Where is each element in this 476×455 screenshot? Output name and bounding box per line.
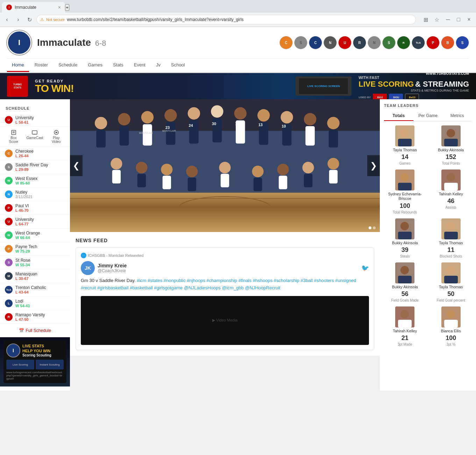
- svg-point-80: [400, 266, 409, 274]
- new-tab-button[interactable]: +: [65, 4, 69, 11]
- leaders-tab-metrics[interactable]: Metrics: [442, 111, 472, 121]
- nav-item-school[interactable]: School: [166, 59, 190, 72]
- svg-point-74: [400, 222, 409, 230]
- svg-text:23: 23: [165, 125, 170, 130]
- slideshow-prev-button[interactable]: ❮: [70, 155, 83, 176]
- ichsgbb-icon: 🐦: [81, 253, 86, 258]
- svg-rect-69: [398, 183, 412, 190]
- team-name: Immaculate: [37, 37, 91, 48]
- not-secure-label: Not secure: [46, 17, 65, 22]
- schedule-item[interactable]: S St Rose W 55-34: [0, 256, 70, 269]
- leader-card: Tahirah Kelley 46 Assists: [430, 169, 472, 214]
- active-tab[interactable]: I Immaculate ×: [2, 2, 65, 13]
- other-team-logo[interactable]: S: [294, 36, 307, 49]
- schedule-item[interactable]: U University L 58-61: [0, 113, 70, 127]
- center-content: 23 24 30 15 13 10 2 MONTCLAIR MONTCLAIR …: [70, 99, 380, 391]
- tab-close-button[interactable]: ×: [58, 5, 61, 10]
- leader-name: Sydney Echevarria-Briscoe: [384, 192, 426, 201]
- other-team-logo[interactable]: B: [441, 36, 454, 49]
- back-button[interactable]: ‹: [3, 15, 11, 24]
- svg-rect-90: [444, 320, 458, 327]
- sidebar-ad-instant-scouting: Instant Scouting: [36, 360, 64, 369]
- svg-point-46: [277, 164, 289, 175]
- svg-point-12: [95, 117, 107, 129]
- play-video-button[interactable]: Play Video: [47, 128, 65, 145]
- schedule-item[interactable]: U University L 64-77: [0, 215, 70, 229]
- schedule-item[interactable]: W West Essex W 85-60: [0, 174, 70, 188]
- full-schedule-link[interactable]: 📅 Full Schedule: [0, 324, 70, 337]
- maximize-button[interactable]: □: [454, 15, 463, 24]
- nav-item-games[interactable]: Games: [83, 59, 107, 72]
- nav-item-jv[interactable]: Jv: [151, 59, 165, 72]
- team-icon: S: [5, 259, 13, 266]
- banner-text-block: GET READY TO WIN!: [35, 79, 289, 94]
- other-team-logo[interactable]: P: [426, 36, 440, 49]
- svg-rect-15: [120, 126, 129, 145]
- bookmark-button[interactable]: ☆: [433, 15, 441, 24]
- schedule-item[interactable]: P Payne Tech W 75-29: [0, 242, 70, 256]
- svg-rect-84: [444, 276, 458, 283]
- extensions-button[interactable]: ⊞: [421, 15, 430, 24]
- schedule-item[interactable]: M Manasquan L 30-67: [0, 269, 70, 283]
- team-icon: W: [5, 177, 13, 185]
- other-team-logo[interactable]: R: [397, 36, 410, 49]
- other-team-logo[interactable]: S: [456, 36, 469, 49]
- svg-point-32: [327, 117, 339, 129]
- twitter-icon: 🐦: [361, 264, 369, 272]
- schedule-item[interactable]: S Saddle River Day L 29-89: [0, 160, 70, 174]
- tab-favicon: I: [6, 5, 12, 10]
- nav-item-stats[interactable]: Stats: [108, 59, 128, 72]
- slide-dot[interactable]: [369, 226, 371, 229]
- other-team-logo[interactable]: C: [279, 36, 293, 49]
- address-bar[interactable]: ⚠ Not secure www.turbobtb.com/site/2/tea…: [36, 15, 416, 24]
- advertisement-banner[interactable]: TURBOSTATS GET READY TO WIN! LIVE SCORIN…: [0, 73, 476, 99]
- svg-rect-13: [96, 130, 106, 147]
- sidebar-advertisement[interactable]: I LIVE STATSHELP YOU WIN Scoring Scoutin…: [0, 337, 70, 387]
- other-team-logo[interactable]: N: [324, 36, 337, 49]
- leader-card: Bukky Akinsola 152 Total Points: [430, 125, 472, 165]
- schedule-item[interactable]: W West Orange W 66-64: [0, 229, 70, 242]
- box-score-button[interactable]: Box Score: [5, 128, 22, 145]
- schedule-item[interactable]: P Paul VI L 46-70: [0, 201, 70, 215]
- other-team-logo[interactable]: N: [368, 36, 381, 49]
- other-team-logo[interactable]: TcA: [412, 36, 425, 49]
- sidebar-ad-url: www.turbogamecast.com/basketball/webcast…: [6, 371, 64, 380]
- team-photo-svg: 23 24 30 15 13 10 2 MONTCLAIR MONTCLAIR: [70, 99, 380, 232]
- banner-with-fast: WITH FAST: [358, 75, 379, 80]
- reload-button[interactable]: ↻: [25, 15, 34, 24]
- other-team-logo[interactable]: C: [309, 36, 322, 49]
- nav-item-event[interactable]: Event: [129, 59, 150, 72]
- svg-point-77: [447, 222, 455, 230]
- leader-avatar: [441, 125, 461, 146]
- nav-item-schedule[interactable]: Schedule: [54, 59, 82, 72]
- slideshow-next-button[interactable]: ❯: [367, 155, 380, 176]
- tweet-author-name: Jimmy Kreie: [98, 263, 127, 268]
- minimize-button[interactable]: ─: [444, 15, 452, 24]
- svg-rect-17: [143, 124, 152, 145]
- svg-text:24: 24: [189, 123, 193, 128]
- nav-item-roster[interactable]: Roster: [30, 59, 53, 72]
- svg-point-86: [400, 310, 409, 318]
- schedule-item[interactable]: C Cherokee L 26-44: [0, 147, 70, 160]
- leaders-tab-per-game[interactable]: Per Game: [413, 111, 443, 121]
- other-team-logo[interactable]: R: [353, 36, 366, 49]
- nav-item-home[interactable]: Home: [7, 59, 29, 72]
- forward-button[interactable]: ›: [14, 15, 22, 24]
- schedule-item[interactable]: TcA Trenton Catholic L 43-64: [0, 283, 70, 297]
- other-team-logo[interactable]: U: [338, 36, 351, 49]
- svg-text:15: 15: [235, 122, 239, 126]
- leader-avatar: [441, 306, 461, 327]
- news-feed-title: NEWS FEED: [76, 238, 374, 243]
- team-photo: 23 24 30 15 13 10 2 MONTCLAIR MONTCLAIR: [70, 99, 380, 232]
- schedule-item[interactable]: R Ramapo Varsity L 47-50: [0, 310, 70, 324]
- banner-stats-during: STATS & METRICS DURING THE GAME: [358, 89, 469, 92]
- leaders-tab-totals[interactable]: Totals: [384, 111, 413, 121]
- slide-dot[interactable]: [373, 226, 376, 229]
- tweet-mentions[interactable]: @NJLadiesHoops @icm_gbb @NJHoopRecruit: [184, 285, 280, 290]
- team-icon: S: [5, 163, 13, 171]
- close-window-button[interactable]: ×: [465, 15, 473, 24]
- gamecast-button[interactable]: GameCast: [24, 128, 46, 145]
- other-team-logo[interactable]: S: [382, 36, 396, 49]
- schedule-item[interactable]: N Nutley 2/11/2021: [0, 188, 70, 201]
- schedule-item[interactable]: L Lodi W 54-41: [0, 297, 70, 310]
